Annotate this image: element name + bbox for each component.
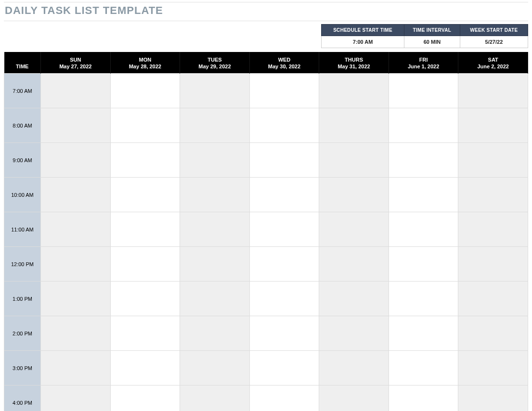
- time-column-header: TIME: [4, 52, 41, 74]
- schedule-cell[interactable]: [389, 351, 458, 385]
- schedule-cell[interactable]: [319, 143, 389, 178]
- schedule-cell[interactable]: [319, 385, 389, 411]
- schedule-cell[interactable]: [180, 108, 250, 143]
- schedule-cell[interactable]: [110, 212, 180, 247]
- schedule-cell[interactable]: [180, 143, 250, 178]
- schedule-cell[interactable]: [110, 178, 180, 212]
- day-date: May 30, 2022: [252, 64, 317, 69]
- schedule-cell[interactable]: [110, 74, 180, 108]
- day-name: WED: [278, 57, 291, 63]
- schedule-cell[interactable]: [180, 247, 250, 282]
- day-name: FRI: [419, 57, 428, 63]
- schedule-cell[interactable]: [389, 247, 458, 282]
- schedule-cell[interactable]: [458, 108, 528, 143]
- schedule-table: TIME SUN May 27, 2022 MON May 28, 2022 T…: [4, 52, 528, 411]
- schedule-cell[interactable]: [458, 385, 528, 411]
- schedule-cell[interactable]: [458, 247, 528, 282]
- schedule-cell[interactable]: [110, 385, 180, 411]
- schedule-cell[interactable]: [249, 385, 319, 411]
- schedule-cell[interactable]: [249, 143, 319, 178]
- schedule-cell[interactable]: [458, 143, 528, 178]
- page-title: DAILY TASK LIST TEMPLATE: [4, 2, 528, 21]
- day-header-mon: MON May 28, 2022: [110, 52, 180, 74]
- schedule-cell[interactable]: [389, 385, 458, 411]
- schedule-row: 10:00 AM: [4, 178, 528, 212]
- day-date: June 1, 2022: [391, 64, 456, 69]
- schedule-cell[interactable]: [249, 108, 319, 143]
- schedule-cell[interactable]: [110, 316, 180, 351]
- schedule-cell[interactable]: [389, 178, 458, 212]
- schedule-cell[interactable]: [110, 247, 180, 282]
- schedule-cell[interactable]: [319, 178, 389, 212]
- time-cell: 4:00 PM: [4, 385, 41, 411]
- schedule-cell[interactable]: [180, 316, 250, 351]
- schedule-cell[interactable]: [389, 143, 458, 178]
- schedule-cell[interactable]: [249, 247, 319, 282]
- schedule-cell[interactable]: [180, 178, 250, 212]
- schedule-cell[interactable]: [41, 108, 111, 143]
- schedule-cell[interactable]: [41, 247, 111, 282]
- schedule-row: 7:00 AM: [4, 74, 528, 108]
- schedule-cell[interactable]: [180, 212, 250, 247]
- day-name: MON: [139, 57, 152, 63]
- schedule-cell[interactable]: [319, 74, 389, 108]
- schedule-row: 1:00 PM: [4, 282, 528, 316]
- schedule-cell[interactable]: [41, 212, 111, 247]
- time-cell: 3:00 PM: [4, 351, 41, 385]
- schedule-cell[interactable]: [249, 212, 319, 247]
- schedule-cell[interactable]: [319, 282, 389, 316]
- schedule-cell[interactable]: [389, 74, 458, 108]
- schedule-cell[interactable]: [319, 316, 389, 351]
- time-cell: 10:00 AM: [4, 178, 41, 212]
- schedule-cell[interactable]: [249, 316, 319, 351]
- schedule-cell[interactable]: [249, 74, 319, 108]
- schedule-cell[interactable]: [180, 385, 250, 411]
- schedule-cell[interactable]: [249, 282, 319, 316]
- schedule-cell[interactable]: [389, 282, 458, 316]
- schedule-row: 8:00 AM: [4, 108, 528, 143]
- schedule-cell[interactable]: [319, 212, 389, 247]
- schedule-row: 3:00 PM: [4, 351, 528, 385]
- schedule-cell[interactable]: [389, 316, 458, 351]
- day-date: May 31, 2022: [321, 64, 387, 69]
- schedule-cell[interactable]: [41, 385, 111, 411]
- schedule-cell[interactable]: [458, 282, 528, 316]
- day-date: May 28, 2022: [113, 64, 178, 69]
- schedule-cell[interactable]: [389, 212, 458, 247]
- schedule-cell[interactable]: [41, 143, 111, 178]
- schedule-cell[interactable]: [110, 282, 180, 316]
- schedule-cell[interactable]: [458, 212, 528, 247]
- schedule-cell[interactable]: [458, 74, 528, 108]
- settings-value-interval[interactable]: 60 MIN: [404, 36, 460, 48]
- settings-value-start-time[interactable]: 7:00 AM: [322, 36, 404, 48]
- time-cell: 7:00 AM: [4, 74, 41, 108]
- schedule-cell[interactable]: [458, 178, 528, 212]
- schedule-row: 9:00 AM: [4, 143, 528, 178]
- schedule-cell[interactable]: [110, 108, 180, 143]
- schedule-cell[interactable]: [180, 282, 250, 316]
- schedule-cell[interactable]: [319, 247, 389, 282]
- schedule-cell[interactable]: [41, 178, 111, 212]
- schedule-cell[interactable]: [458, 351, 528, 385]
- schedule-cell[interactable]: [110, 143, 180, 178]
- schedule-cell[interactable]: [389, 108, 458, 143]
- schedule-cell[interactable]: [319, 351, 389, 385]
- schedule-cell[interactable]: [41, 351, 111, 385]
- schedule-cell[interactable]: [41, 316, 111, 351]
- schedule-cell[interactable]: [180, 351, 250, 385]
- schedule-cell[interactable]: [110, 351, 180, 385]
- schedule-cell[interactable]: [458, 316, 528, 351]
- day-name: SAT: [488, 57, 498, 63]
- settings-value-week-start[interactable]: 5/27/22: [460, 36, 528, 48]
- time-cell: 1:00 PM: [4, 282, 41, 316]
- schedule-cell[interactable]: [249, 178, 319, 212]
- schedule-cell[interactable]: [180, 74, 250, 108]
- schedule-cell[interactable]: [249, 351, 319, 385]
- time-cell: 9:00 AM: [4, 143, 41, 178]
- schedule-cell[interactable]: [41, 74, 111, 108]
- day-date: May 29, 2022: [182, 64, 247, 69]
- schedule-cell[interactable]: [41, 282, 111, 316]
- schedule-cell[interactable]: [319, 108, 389, 143]
- day-name: THURS: [345, 57, 363, 63]
- settings-header-interval: TIME INTERVAL: [404, 25, 460, 36]
